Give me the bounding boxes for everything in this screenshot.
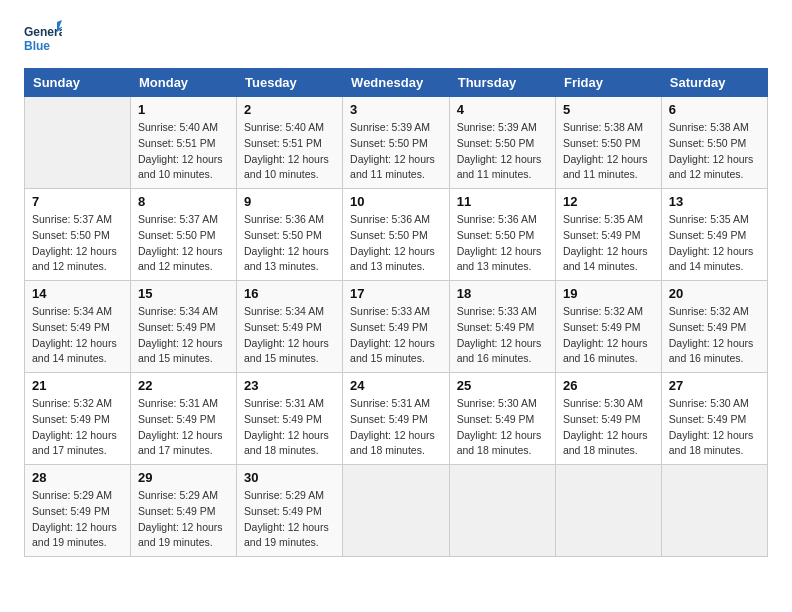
day-info: Sunrise: 5:39 AMSunset: 5:50 PMDaylight:… bbox=[350, 120, 442, 183]
day-number: 18 bbox=[457, 286, 548, 301]
day-info: Sunrise: 5:29 AMSunset: 5:49 PMDaylight:… bbox=[32, 488, 123, 551]
calendar-cell: 24Sunrise: 5:31 AMSunset: 5:49 PMDayligh… bbox=[343, 373, 450, 465]
calendar-cell: 16Sunrise: 5:34 AMSunset: 5:49 PMDayligh… bbox=[237, 281, 343, 373]
calendar-cell: 4Sunrise: 5:39 AMSunset: 5:50 PMDaylight… bbox=[449, 97, 555, 189]
day-number: 19 bbox=[563, 286, 654, 301]
day-info: Sunrise: 5:29 AMSunset: 5:49 PMDaylight:… bbox=[138, 488, 229, 551]
calendar-cell: 7Sunrise: 5:37 AMSunset: 5:50 PMDaylight… bbox=[25, 189, 131, 281]
calendar-cell: 17Sunrise: 5:33 AMSunset: 5:49 PMDayligh… bbox=[343, 281, 450, 373]
day-number: 3 bbox=[350, 102, 442, 117]
calendar-cell: 1Sunrise: 5:40 AMSunset: 5:51 PMDaylight… bbox=[130, 97, 236, 189]
day-number: 23 bbox=[244, 378, 335, 393]
week-row-1: 1Sunrise: 5:40 AMSunset: 5:51 PMDaylight… bbox=[25, 97, 768, 189]
calendar-cell: 2Sunrise: 5:40 AMSunset: 5:51 PMDaylight… bbox=[237, 97, 343, 189]
day-info: Sunrise: 5:34 AMSunset: 5:49 PMDaylight:… bbox=[32, 304, 123, 367]
day-number: 25 bbox=[457, 378, 548, 393]
day-info: Sunrise: 5:38 AMSunset: 5:50 PMDaylight:… bbox=[669, 120, 760, 183]
calendar-cell: 26Sunrise: 5:30 AMSunset: 5:49 PMDayligh… bbox=[555, 373, 661, 465]
calendar-cell: 10Sunrise: 5:36 AMSunset: 5:50 PMDayligh… bbox=[343, 189, 450, 281]
calendar-cell: 19Sunrise: 5:32 AMSunset: 5:49 PMDayligh… bbox=[555, 281, 661, 373]
day-number: 10 bbox=[350, 194, 442, 209]
calendar-cell: 21Sunrise: 5:32 AMSunset: 5:49 PMDayligh… bbox=[25, 373, 131, 465]
calendar-cell: 5Sunrise: 5:38 AMSunset: 5:50 PMDaylight… bbox=[555, 97, 661, 189]
calendar-cell: 12Sunrise: 5:35 AMSunset: 5:49 PMDayligh… bbox=[555, 189, 661, 281]
day-info: Sunrise: 5:30 AMSunset: 5:49 PMDaylight:… bbox=[669, 396, 760, 459]
day-number: 1 bbox=[138, 102, 229, 117]
calendar-cell bbox=[555, 465, 661, 557]
day-info: Sunrise: 5:31 AMSunset: 5:49 PMDaylight:… bbox=[350, 396, 442, 459]
day-info: Sunrise: 5:36 AMSunset: 5:50 PMDaylight:… bbox=[244, 212, 335, 275]
day-info: Sunrise: 5:30 AMSunset: 5:49 PMDaylight:… bbox=[457, 396, 548, 459]
day-info: Sunrise: 5:36 AMSunset: 5:50 PMDaylight:… bbox=[457, 212, 548, 275]
calendar-cell: 20Sunrise: 5:32 AMSunset: 5:49 PMDayligh… bbox=[661, 281, 767, 373]
day-info: Sunrise: 5:32 AMSunset: 5:49 PMDaylight:… bbox=[563, 304, 654, 367]
day-number: 7 bbox=[32, 194, 123, 209]
logo-bird-icon: General Blue bbox=[24, 20, 62, 58]
week-row-2: 7Sunrise: 5:37 AMSunset: 5:50 PMDaylight… bbox=[25, 189, 768, 281]
day-info: Sunrise: 5:35 AMSunset: 5:49 PMDaylight:… bbox=[669, 212, 760, 275]
day-number: 2 bbox=[244, 102, 335, 117]
day-number: 9 bbox=[244, 194, 335, 209]
day-number: 22 bbox=[138, 378, 229, 393]
day-number: 24 bbox=[350, 378, 442, 393]
day-number: 26 bbox=[563, 378, 654, 393]
calendar-cell: 18Sunrise: 5:33 AMSunset: 5:49 PMDayligh… bbox=[449, 281, 555, 373]
calendar-cell: 6Sunrise: 5:38 AMSunset: 5:50 PMDaylight… bbox=[661, 97, 767, 189]
calendar-cell: 29Sunrise: 5:29 AMSunset: 5:49 PMDayligh… bbox=[130, 465, 236, 557]
svg-text:Blue: Blue bbox=[24, 39, 50, 53]
day-info: Sunrise: 5:34 AMSunset: 5:49 PMDaylight:… bbox=[138, 304, 229, 367]
day-number: 17 bbox=[350, 286, 442, 301]
col-header-sunday: Sunday bbox=[25, 69, 131, 97]
day-number: 6 bbox=[669, 102, 760, 117]
week-row-3: 14Sunrise: 5:34 AMSunset: 5:49 PMDayligh… bbox=[25, 281, 768, 373]
calendar-cell: 9Sunrise: 5:36 AMSunset: 5:50 PMDaylight… bbox=[237, 189, 343, 281]
day-number: 11 bbox=[457, 194, 548, 209]
calendar-cell bbox=[449, 465, 555, 557]
day-number: 21 bbox=[32, 378, 123, 393]
day-number: 14 bbox=[32, 286, 123, 301]
calendar-cell: 8Sunrise: 5:37 AMSunset: 5:50 PMDaylight… bbox=[130, 189, 236, 281]
day-number: 13 bbox=[669, 194, 760, 209]
day-info: Sunrise: 5:29 AMSunset: 5:49 PMDaylight:… bbox=[244, 488, 335, 551]
day-number: 30 bbox=[244, 470, 335, 485]
day-info: Sunrise: 5:40 AMSunset: 5:51 PMDaylight:… bbox=[244, 120, 335, 183]
col-header-monday: Monday bbox=[130, 69, 236, 97]
day-info: Sunrise: 5:30 AMSunset: 5:49 PMDaylight:… bbox=[563, 396, 654, 459]
calendar-cell bbox=[661, 465, 767, 557]
calendar-cell bbox=[25, 97, 131, 189]
day-info: Sunrise: 5:33 AMSunset: 5:49 PMDaylight:… bbox=[457, 304, 548, 367]
calendar-cell: 22Sunrise: 5:31 AMSunset: 5:49 PMDayligh… bbox=[130, 373, 236, 465]
calendar-cell: 28Sunrise: 5:29 AMSunset: 5:49 PMDayligh… bbox=[25, 465, 131, 557]
day-info: Sunrise: 5:32 AMSunset: 5:49 PMDaylight:… bbox=[32, 396, 123, 459]
calendar-cell: 14Sunrise: 5:34 AMSunset: 5:49 PMDayligh… bbox=[25, 281, 131, 373]
day-info: Sunrise: 5:37 AMSunset: 5:50 PMDaylight:… bbox=[32, 212, 123, 275]
day-info: Sunrise: 5:40 AMSunset: 5:51 PMDaylight:… bbox=[138, 120, 229, 183]
day-number: 28 bbox=[32, 470, 123, 485]
day-info: Sunrise: 5:39 AMSunset: 5:50 PMDaylight:… bbox=[457, 120, 548, 183]
day-info: Sunrise: 5:33 AMSunset: 5:49 PMDaylight:… bbox=[350, 304, 442, 367]
day-number: 5 bbox=[563, 102, 654, 117]
col-header-saturday: Saturday bbox=[661, 69, 767, 97]
day-info: Sunrise: 5:34 AMSunset: 5:49 PMDaylight:… bbox=[244, 304, 335, 367]
week-row-5: 28Sunrise: 5:29 AMSunset: 5:49 PMDayligh… bbox=[25, 465, 768, 557]
day-info: Sunrise: 5:32 AMSunset: 5:49 PMDaylight:… bbox=[669, 304, 760, 367]
calendar-cell bbox=[343, 465, 450, 557]
col-header-tuesday: Tuesday bbox=[237, 69, 343, 97]
day-info: Sunrise: 5:38 AMSunset: 5:50 PMDaylight:… bbox=[563, 120, 654, 183]
day-info: Sunrise: 5:35 AMSunset: 5:49 PMDaylight:… bbox=[563, 212, 654, 275]
week-row-4: 21Sunrise: 5:32 AMSunset: 5:49 PMDayligh… bbox=[25, 373, 768, 465]
day-info: Sunrise: 5:36 AMSunset: 5:50 PMDaylight:… bbox=[350, 212, 442, 275]
day-number: 16 bbox=[244, 286, 335, 301]
calendar-header: SundayMondayTuesdayWednesdayThursdayFrid… bbox=[25, 69, 768, 97]
day-number: 15 bbox=[138, 286, 229, 301]
day-info: Sunrise: 5:31 AMSunset: 5:49 PMDaylight:… bbox=[138, 396, 229, 459]
calendar-cell: 25Sunrise: 5:30 AMSunset: 5:49 PMDayligh… bbox=[449, 373, 555, 465]
day-info: Sunrise: 5:37 AMSunset: 5:50 PMDaylight:… bbox=[138, 212, 229, 275]
calendar-cell: 30Sunrise: 5:29 AMSunset: 5:49 PMDayligh… bbox=[237, 465, 343, 557]
col-header-thursday: Thursday bbox=[449, 69, 555, 97]
calendar-cell: 15Sunrise: 5:34 AMSunset: 5:49 PMDayligh… bbox=[130, 281, 236, 373]
day-number: 20 bbox=[669, 286, 760, 301]
calendar-cell: 3Sunrise: 5:39 AMSunset: 5:50 PMDaylight… bbox=[343, 97, 450, 189]
calendar-cell: 11Sunrise: 5:36 AMSunset: 5:50 PMDayligh… bbox=[449, 189, 555, 281]
calendar-cell: 13Sunrise: 5:35 AMSunset: 5:49 PMDayligh… bbox=[661, 189, 767, 281]
